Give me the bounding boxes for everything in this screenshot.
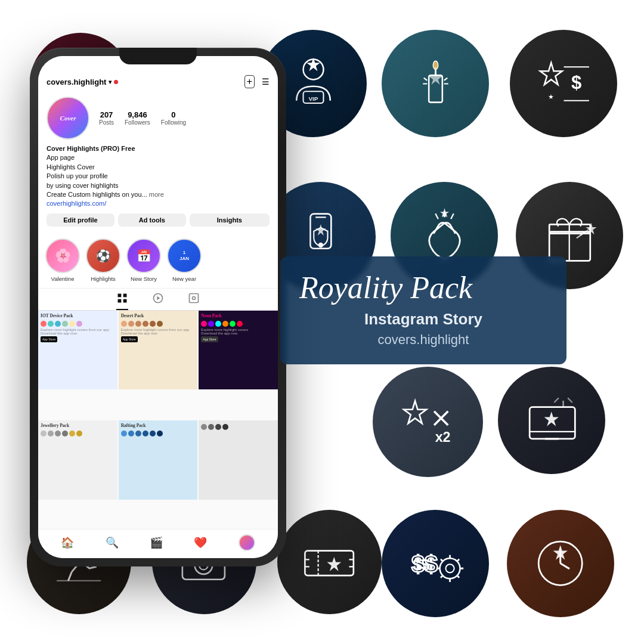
bio-line2: Polish up your profile <box>47 172 270 181</box>
bio-link[interactable]: coverhighlights.com/ <box>47 199 270 208</box>
svg-rect-80 <box>190 293 199 302</box>
grid-card-dots-6 <box>201 424 275 430</box>
svg-point-9 <box>433 61 438 69</box>
svg-marker-79 <box>157 296 160 300</box>
svg-line-43 <box>568 398 572 402</box>
nav-home-icon[interactable]: 🏠 <box>61 536 74 549</box>
bio-line3: by using cover highlights <box>47 181 270 190</box>
dot <box>62 321 68 327</box>
ig-tab-bar <box>38 289 278 311</box>
dot <box>201 321 207 327</box>
grid-card-dots-5 <box>121 431 196 436</box>
grid-cell-1[interactable]: IOT Device Pack Explore more highlight c… <box>38 311 117 390</box>
svg-line-13 <box>423 78 427 80</box>
following-label: Following <box>161 119 186 126</box>
svg-marker-53 <box>327 557 342 571</box>
edit-profile-button[interactable]: Edit profile <box>47 213 114 227</box>
svg-text:$: $ <box>571 72 581 92</box>
svg-line-72 <box>560 563 569 568</box>
svg-line-14 <box>444 78 447 80</box>
tab-reels[interactable] <box>152 292 164 310</box>
dot <box>128 431 134 436</box>
highlight-highlights[interactable]: ⚽ Highlights <box>86 239 120 282</box>
dot <box>76 321 82 327</box>
grid-card-title-5: Rafting Pack <box>121 423 196 428</box>
grid-cell-3[interactable]: Neon Pack Explore more highlight coversD… <box>199 311 278 390</box>
svg-rect-74 <box>118 293 122 297</box>
grid-cell-6[interactable] <box>199 420 278 500</box>
dot <box>222 321 228 327</box>
ig-avatar: Cover <box>47 97 89 140</box>
avatar-text: Cover <box>60 114 76 122</box>
dot <box>41 321 47 327</box>
dot <box>48 321 54 327</box>
highlight-circle-new-story: 📅 <box>126 239 161 273</box>
dot <box>208 321 214 327</box>
promo-subtitle: Instagram Story <box>299 309 547 330</box>
notification-dot <box>114 80 118 84</box>
svg-line-65 <box>440 559 442 561</box>
svg-point-60 <box>445 564 454 572</box>
circle-ticket <box>277 510 382 614</box>
highlight-new-year[interactable]: 1JAN New year <box>167 239 202 282</box>
ig-username-text: covers.highlight <box>47 78 106 86</box>
svg-marker-15 <box>540 63 562 85</box>
ig-stats: 207 Posts 9,846 Followers 0 Following <box>99 110 186 126</box>
svg-marker-10 <box>429 71 442 85</box>
ig-username: covers.highlight ▾ <box>47 78 118 86</box>
tab-tagged[interactable] <box>188 292 200 310</box>
nav-heart-icon[interactable]: ❤️ <box>194 536 207 549</box>
nav-reels-icon[interactable]: 🎬 <box>150 536 163 549</box>
ad-tools-button[interactable]: Ad tools <box>118 213 186 227</box>
promo-brand: covers.highlight <box>299 332 547 348</box>
bio-line4: Create Custom highlights on you... more <box>47 190 270 199</box>
dot <box>222 424 228 430</box>
nav-search-icon[interactable]: 🔍 <box>106 536 119 549</box>
highlight-valentine[interactable]: 🌸 Valentine <box>45 239 80 282</box>
ig-posts-grid: IOT Device Pack Explore more highlight c… <box>38 311 278 529</box>
grid-card-caption-1: Explore more highlight covers from our a… <box>41 328 115 335</box>
svg-text:VIP: VIP <box>308 95 318 101</box>
chevron-down-icon: ▾ <box>109 79 112 85</box>
grid-cell-2[interactable]: Desert Pack Explore more highlight cover… <box>119 311 198 390</box>
instagram-screen: covers.highlight ▾ + ☰ Cover <box>38 56 278 558</box>
dot <box>143 431 148 436</box>
svg-text:★: ★ <box>548 92 554 100</box>
ig-stat-followers: 9,846 Followers <box>125 110 150 126</box>
app-store-badge-2: App Store <box>121 336 138 342</box>
grid-card-title-4: Jewellery Pack <box>41 423 115 428</box>
svg-rect-75 <box>123 293 127 297</box>
grid-card-dots-1 <box>41 321 115 327</box>
dot <box>208 424 214 430</box>
highlight-label-new-year: New year <box>172 275 196 282</box>
grid-cell-5[interactable]: Rafting Pack <box>119 420 198 500</box>
ig-actions: Edit profile Ad tools Insights <box>47 213 270 227</box>
grid-cell-4[interactable]: Jewellery Pack <box>38 420 117 500</box>
dot <box>143 321 148 327</box>
dot <box>215 321 221 327</box>
highlight-circle-valentine: 🌸 <box>45 239 80 273</box>
svg-marker-41 <box>544 411 558 426</box>
add-icon[interactable]: + <box>244 75 255 88</box>
grid-card-dots-2 <box>121 321 196 327</box>
insights-button[interactable]: Insights <box>190 213 270 227</box>
bio-type: App page <box>47 153 270 162</box>
app-store-badge-1: App Store <box>41 336 57 342</box>
dot <box>230 321 236 327</box>
dot <box>135 431 141 436</box>
nav-profile-icon[interactable] <box>239 534 255 551</box>
dot <box>55 321 61 327</box>
svg-rect-76 <box>118 299 122 302</box>
grid-card-title-3: Neon Pack <box>201 313 275 318</box>
tab-grid[interactable] <box>116 292 128 310</box>
posts-label: Posts <box>99 119 114 126</box>
menu-icon[interactable]: ☰ <box>262 77 270 86</box>
grid-card-caption-2: Explore more highlight covers from our a… <box>121 328 196 335</box>
svg-point-81 <box>193 296 196 299</box>
svg-line-66 <box>456 575 459 577</box>
ig-stat-following: 0 Following <box>161 110 186 126</box>
highlight-new-story[interactable]: 📅 New Story <box>126 239 161 282</box>
ig-bio: Cover Highlights (PRO) Free App page Hig… <box>47 144 270 209</box>
ig-profile-section: Cover 207 Posts 9,846 Followers <box>38 92 278 233</box>
grid-card-dots-3 <box>201 321 275 327</box>
